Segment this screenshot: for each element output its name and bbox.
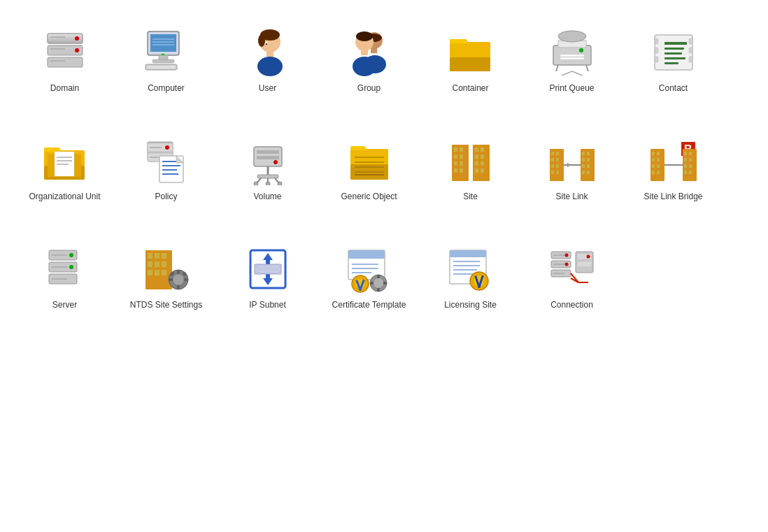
connection-label: Connection [550,299,593,311]
svg-rect-142 [657,171,660,174]
svg-point-197 [374,278,383,288]
volume-label: Volume [253,191,281,203]
svg-rect-141 [652,171,655,174]
svg-point-218 [564,253,568,257]
contact-item[interactable]: Contact [623,28,724,94]
organizational-unit-label: Organizational Unit [29,191,100,203]
svg-rect-97 [460,148,463,152]
svg-point-31 [356,31,373,41]
container-label: Container [452,82,488,94]
svg-rect-225 [577,261,592,267]
svg-rect-139 [652,164,655,168]
svg-rect-125 [582,152,585,155]
svg-point-4 [75,36,79,41]
svg-rect-203 [450,250,486,257]
svg-rect-138 [657,158,660,161]
svg-rect-116 [551,158,554,161]
svg-rect-18 [148,66,175,69]
licensing-site-label: Licensing Site [444,299,497,311]
certificate-template-item[interactable]: Certificate Template [318,245,420,311]
domain-item[interactable]: Domain [14,28,115,94]
policy-label: Policy [155,191,177,203]
site-link-bridge-label: Site Link Bridge [643,191,702,203]
svg-rect-53 [655,48,658,53]
group-item[interactable]: Group [318,28,420,94]
icon-row-2: Organizational Unit [14,136,754,203]
svg-rect-96 [454,148,457,152]
svg-rect-54 [655,57,658,62]
user-label: User [259,82,276,94]
svg-rect-107 [475,154,478,159]
svg-rect-127 [582,158,585,161]
svg-rect-121 [556,171,559,174]
svg-rect-10 [150,34,176,52]
svg-rect-114 [551,152,554,155]
site-item[interactable]: Site [420,136,521,203]
licensing-site-item[interactable]: Licensing Site [420,245,521,311]
volume-icon [243,136,292,185]
svg-rect-57 [689,57,692,62]
svg-rect-129 [582,164,585,168]
svg-rect-152 [689,164,692,168]
computer-label: Computer [148,82,185,94]
server-item[interactable]: Server [14,245,115,311]
volume-item[interactable]: Volume [217,136,318,203]
computer-item[interactable]: Computer [115,28,217,94]
svg-rect-100 [454,161,457,166]
svg-rect-99 [460,154,463,159]
svg-rect-32 [361,50,368,55]
svg-line-43 [562,71,572,76]
icon-row-3: Server [14,245,754,311]
svg-point-85 [254,182,258,185]
svg-rect-132 [587,171,590,174]
site-link-bridge-icon: B [649,136,698,185]
svg-point-161 [69,253,73,257]
site-link-item[interactable]: Site Link [521,136,623,203]
svg-rect-199 [377,288,380,292]
svg-rect-172 [162,270,166,275]
contact-label: Contact [659,82,688,94]
svg-rect-49 [664,52,682,55]
svg-rect-198 [377,275,380,278]
svg-point-40 [558,31,586,42]
icon-grid: Domain [0,0,768,380]
svg-rect-35 [450,57,490,71]
container-item[interactable]: Container [420,28,521,94]
organizational-unit-item[interactable]: Organizational Unit [14,136,115,203]
ip-subnet-item[interactable]: IP Subnet [217,245,318,311]
generic-object-icon [345,136,394,185]
svg-rect-150 [689,158,692,161]
svg-rect-168 [155,261,159,267]
svg-rect-148 [689,152,692,155]
site-link-icon [548,136,597,185]
svg-point-25 [265,43,266,45]
svg-rect-140 [657,164,660,168]
svg-point-79 [273,160,278,164]
group-icon [345,28,394,77]
svg-rect-28 [371,48,377,53]
svg-line-42 [586,65,588,71]
svg-rect-108 [481,154,484,159]
organizational-unit-icon [41,136,90,185]
svg-rect-166 [162,253,166,259]
policy-item[interactable]: Policy [115,136,217,203]
svg-rect-171 [155,270,159,275]
svg-point-174 [173,274,184,285]
user-icon [243,28,292,77]
svg-rect-200 [370,282,374,285]
svg-rect-169 [162,261,166,267]
user-item[interactable]: User [217,28,318,94]
print-queue-item[interactable]: Print Queue [521,28,623,94]
svg-rect-106 [481,148,484,152]
svg-point-45 [579,48,583,52]
svg-rect-15 [159,55,168,59]
svg-rect-102 [454,168,457,173]
site-link-bridge-item[interactable]: B Site Link Bridge [623,136,724,203]
ip-subnet-icon [243,245,292,294]
ntds-site-settings-item[interactable]: NTDS Site Settings [115,245,217,311]
generic-object-item[interactable]: Generic Object [318,136,420,203]
svg-rect-147 [684,152,687,155]
svg-rect-109 [475,161,478,166]
connection-item[interactable]: Connection [521,245,623,311]
generic-object-label: Generic Object [341,191,397,203]
